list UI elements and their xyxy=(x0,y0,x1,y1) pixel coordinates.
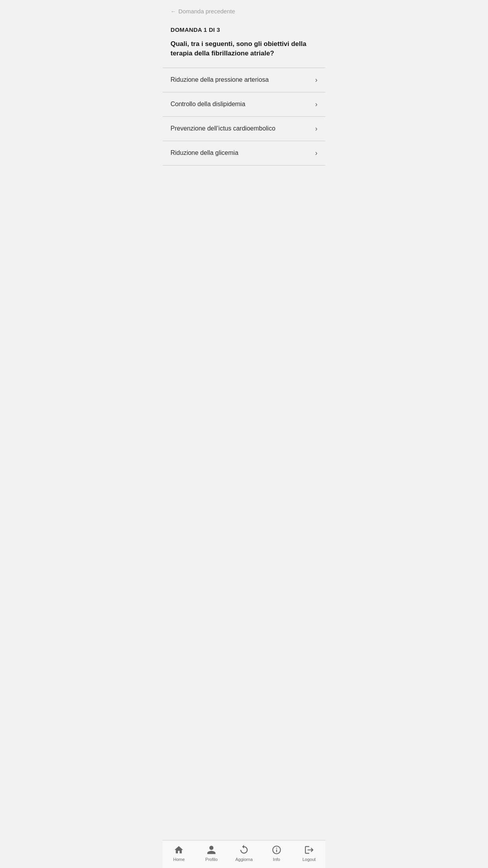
tab-profilo-label: Profilo xyxy=(205,857,218,862)
logout-icon xyxy=(304,844,315,855)
chevron-right-icon: › xyxy=(315,76,317,84)
back-arrow-icon: ← xyxy=(171,8,176,15)
option-label-4: Riduzione della glicemia xyxy=(171,149,311,156)
aggiorna-icon xyxy=(238,844,250,855)
home-icon xyxy=(173,844,184,855)
question-text: Quali, tra i seguenti, sono gli obiettiv… xyxy=(171,39,317,58)
option-label-3: Prevenzione dell’ictus cardioembolico xyxy=(171,125,311,132)
options-list: Riduzione della pressione arteriosa›Cont… xyxy=(163,68,325,166)
question-counter: DOMANDA 1 DI 3 xyxy=(171,26,317,33)
info-icon xyxy=(271,844,282,855)
tab-bar: Home Profilo Aggiorna Info xyxy=(163,840,325,868)
tab-info-label: Info xyxy=(273,857,280,862)
tab-logout-label: Logout xyxy=(303,857,316,862)
tab-profilo[interactable]: Profilo xyxy=(195,844,228,862)
tab-aggiorna[interactable]: Aggiorna xyxy=(228,844,261,862)
option-item-2[interactable]: Controllo della dislipidemia› xyxy=(163,92,325,117)
option-label-1: Riduzione della pressione arteriosa xyxy=(171,76,311,83)
tab-home-label: Home xyxy=(173,857,185,862)
chevron-right-icon: › xyxy=(315,100,317,108)
tab-home[interactable]: Home xyxy=(163,844,195,862)
profilo-icon xyxy=(206,844,217,855)
option-item-1[interactable]: Riduzione della pressione arteriosa› xyxy=(163,68,325,92)
chevron-right-icon: › xyxy=(315,149,317,157)
back-navigation[interactable]: ← Domanda precedente xyxy=(163,0,325,18)
chevron-right-icon: › xyxy=(315,125,317,133)
back-label: Domanda precedente xyxy=(178,8,235,15)
option-item-3[interactable]: Prevenzione dell’ictus cardioembolico› xyxy=(163,117,325,141)
tab-logout[interactable]: Logout xyxy=(293,844,325,862)
option-label-2: Controllo della dislipidemia xyxy=(171,101,311,108)
question-section: DOMANDA 1 DI 3 Quali, tra i seguenti, so… xyxy=(163,18,325,58)
tab-info[interactable]: Info xyxy=(260,844,293,862)
main-content: ← Domanda precedente DOMANDA 1 DI 3 Qual… xyxy=(163,0,325,868)
tab-aggiorna-label: Aggiorna xyxy=(235,857,253,862)
option-item-4[interactable]: Riduzione della glicemia› xyxy=(163,141,325,166)
